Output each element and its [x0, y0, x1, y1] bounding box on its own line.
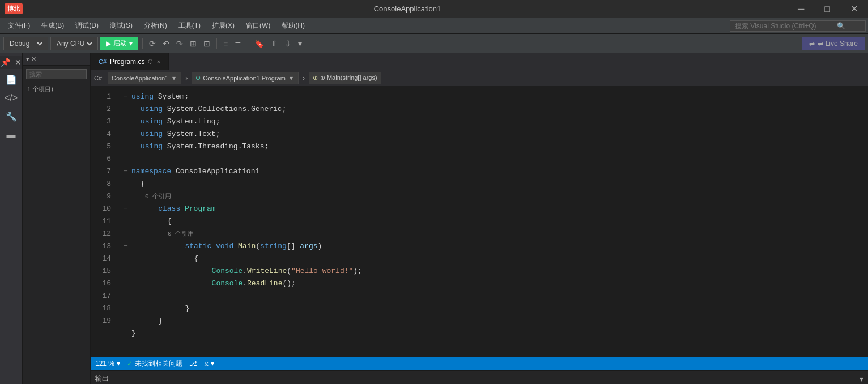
kw-using-1: using — [131, 91, 154, 103]
live-share-icon: ⇌ — [809, 40, 815, 48]
minimize-button[interactable]: ─ — [792, 4, 810, 14]
live-share-button[interactable]: ⇌ ⇌ Live Share — [802, 37, 865, 50]
menu-build[interactable]: 生成(B) — [36, 19, 70, 33]
sidebar-search-input[interactable] — [26, 69, 87, 79]
menu-analyze[interactable]: 分析(N) — [138, 19, 173, 33]
method-label: ⊕ Main(string[] args) — [320, 74, 377, 82]
toolbar-icon-7[interactable]: ≣ — [232, 38, 244, 49]
platform-dropdown[interactable]: Any CPU x86 x64 — [54, 39, 94, 48]
toolbar-icon-11[interactable]: ▾ — [296, 38, 304, 49]
run-label: 启动 — [113, 39, 127, 48]
collapse-9[interactable]: ─ — [122, 203, 130, 215]
namespace-select[interactable]: ConsoleApplication1 ▾ — [108, 72, 181, 84]
tab-dirty-icon: ⬡ — [148, 58, 153, 65]
code-line-9: ─ class Program — [122, 203, 863, 215]
nav-separator: › — [184, 74, 189, 82]
zoom-dropdown-icon: ▾ — [117, 360, 120, 368]
search-box[interactable]: 🔍 — [730, 20, 866, 32]
app-logo: 博北 — [5, 3, 23, 14]
tab-program-cs[interactable]: C# Program.cs ⬡ × — [91, 53, 169, 70]
class-select[interactable]: ⊕ ConsoleApplication1.Program ▾ — [192, 72, 299, 84]
toolbar-icon-1[interactable]: ⟳ — [147, 38, 158, 49]
collapse-11[interactable]: ─ — [122, 240, 130, 253]
code-line-5: using System.Threading.Tasks; — [122, 140, 863, 153]
toolbar-icon-5[interactable]: ⊡ — [201, 38, 212, 49]
title-bar-left: 博北 — [5, 3, 23, 14]
toolbar: Debug Release Any CPU x86 x64 ▶ 启动 ▾ ⟳ ↶… — [0, 34, 868, 53]
toolbar-separator-1 — [142, 38, 143, 49]
code-line-16: } — [122, 302, 863, 315]
code-line-19 — [122, 340, 863, 352]
menu-test[interactable]: 测试(S) — [104, 19, 138, 33]
platform-select[interactable]: Any CPU x86 x64 — [50, 37, 98, 50]
menu-tools[interactable]: 工具(T) — [173, 19, 206, 33]
toolbar-icon-4[interactable]: ⊞ — [188, 38, 199, 49]
sidebar-close-icon[interactable]: ✕ — [12, 57, 24, 68]
toolbar-icon-6[interactable]: ≡ — [221, 38, 230, 49]
code-line-18: } — [122, 327, 863, 340]
menu-extensions[interactable]: 扩展(X) — [206, 19, 240, 33]
code-content[interactable]: ─ using System; using System.Collections… — [118, 86, 868, 357]
code-editor[interactable]: 1 2 3 4 5 6 7 8 9 10 11 12 13 14 15 16 1… — [91, 86, 868, 357]
menu-file[interactable]: 文件(F) — [2, 19, 36, 33]
collapse-1[interactable]: ─ — [122, 91, 130, 103]
debug-config-dropdown[interactable]: Debug Release — [7, 39, 44, 48]
left-sidebar: ▾ ✕ 1 个项目) — [23, 53, 91, 384]
no-issues-text: 未找到相关问题 — [135, 359, 182, 369]
menu-help[interactable]: 帮助(H) — [276, 19, 310, 33]
method-icon: ⊕ — [313, 74, 318, 82]
sidebar-icon-tools[interactable]: 🔧 — [3, 108, 20, 125]
code-line-7: ─ namespace ConsoleApplication1 — [122, 165, 863, 178]
menu-debug[interactable]: 调试(D) — [70, 19, 104, 33]
toolbar-separator-3 — [248, 38, 248, 49]
run-button[interactable]: ▶ 启动 ▾ — [100, 37, 138, 50]
menu-bar: 文件(F) 生成(B) 调试(D) 测试(S) 分析(N) 工具(T) 扩展(X… — [0, 18, 868, 34]
code-line-4: using System.Text; — [122, 128, 863, 140]
tab-bar: C# Program.cs ⬡ × — [91, 53, 868, 70]
sidebar-project-hint: 1 个项目) — [23, 83, 90, 96]
toolbar-icon-8[interactable]: 🔖 — [252, 38, 266, 49]
code-line-3: using System.Linq; — [122, 116, 863, 128]
code-line-1: ─ using System; — [122, 91, 863, 103]
main-content: 📌 ✕ 📄 </> 🔧 ▬ ▾ ✕ 1 个项目) C# Program.cs ⬡… — [0, 53, 868, 384]
maximize-button[interactable]: □ — [819, 4, 836, 14]
code-line-17: } — [122, 315, 863, 327]
sidebar-panel-controls: ▾ ✕ — [26, 56, 36, 63]
menu-window[interactable]: 窗口(W) — [240, 19, 276, 33]
collapse-7[interactable]: ─ — [122, 165, 130, 178]
output-label: 输出 — [95, 374, 109, 383]
git-icon: ⎇ — [189, 360, 197, 368]
tab-filename: Program.cs — [110, 58, 144, 66]
code-line-8: { — [122, 178, 863, 190]
code-line-14: Console . ReadLine (); — [122, 278, 863, 290]
close-button[interactable]: ✕ — [845, 3, 863, 14]
filter-dropdown-icon: ▾ — [211, 360, 214, 368]
toolbar-icon-3[interactable]: ↷ — [174, 38, 185, 49]
zoom-level[interactable]: 121 % ▾ — [95, 360, 120, 368]
editor-area: C# Program.cs ⬡ × C# ConsoleApplication1… — [91, 53, 868, 384]
method-select[interactable]: ⊕ ⊕ Main(string[] args) — [309, 72, 381, 84]
toolbar-separator-2 — [216, 38, 217, 49]
no-issues-icon: ✓ — [127, 360, 133, 368]
code-line-15 — [122, 290, 863, 302]
filter-icon: ⧖ — [204, 360, 209, 368]
tab-close-button[interactable]: × — [156, 58, 160, 65]
sidebar-pin-icon[interactable]: 📌 — [0, 57, 12, 68]
filter-status[interactable]: ⧖ ▾ — [204, 360, 214, 368]
toolbar-icon-9[interactable]: ⇧ — [269, 38, 280, 49]
window-controls: ─ □ ✕ — [792, 3, 863, 14]
nav-cs-icon: C# — [91, 75, 105, 82]
toolbar-icon-2[interactable]: ↶ — [160, 38, 172, 49]
debug-config-select[interactable]: Debug Release — [3, 37, 48, 50]
sidebar-icon-files[interactable]: 📄 — [3, 71, 20, 88]
output-panel-close[interactable]: ▾ — [860, 374, 863, 383]
sidebar-icon-bar[interactable]: ▬ — [4, 127, 19, 143]
title-bar-center: ConsoleApplication1 — [374, 5, 441, 13]
output-bar: 输出 ▾ — [91, 370, 868, 384]
toolbar-icon-10[interactable]: ⇩ — [282, 38, 293, 49]
search-input[interactable] — [735, 22, 837, 30]
code-line-10: { — [122, 215, 863, 228]
git-status: ⎇ — [189, 360, 197, 368]
sidebar-icon-code[interactable]: </> — [2, 90, 20, 106]
status-bar: 121 % ▾ ✓ 未找到相关问题 ⎇ ⧖ ▾ — [91, 357, 868, 370]
